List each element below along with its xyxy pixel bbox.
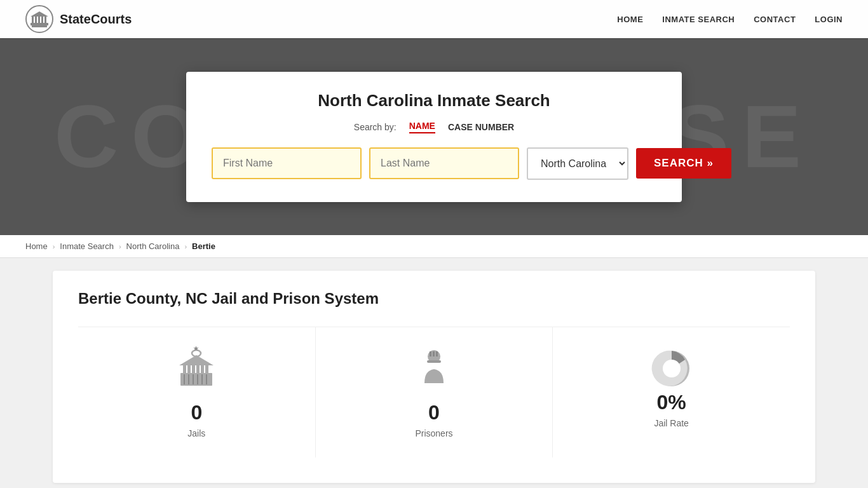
svg-rect-21 xyxy=(193,374,194,384)
breadcrumb-sep-3: › xyxy=(184,243,187,250)
search-inputs: North Carolina Alabama Alaska Arizona Ar… xyxy=(212,147,656,180)
stat-jails: 0 Jails xyxy=(78,327,316,458)
jail-rate-icon xyxy=(649,346,694,391)
search-by-label: Search by: xyxy=(354,122,397,132)
svg-rect-14 xyxy=(201,365,204,373)
stats-card: Bertie County, NC Jail and Prison System xyxy=(53,271,815,483)
svg-rect-19 xyxy=(184,374,185,384)
prisoners-value: 0 xyxy=(428,401,440,424)
svg-rect-5 xyxy=(41,17,43,23)
header: StateCourts HOME INMATE SEARCH CONTACT L… xyxy=(0,0,868,38)
breadcrumb-current: Bertie xyxy=(192,241,215,251)
jail-rate-value: 0% xyxy=(657,391,686,414)
first-name-input[interactable] xyxy=(212,147,362,179)
search-by-row: Search by: NAME CASE NUMBER xyxy=(212,121,656,133)
svg-rect-8 xyxy=(32,25,47,27)
nav-inmate-search[interactable]: INMATE SEARCH xyxy=(662,15,735,24)
prisoners-icon xyxy=(412,346,456,391)
svg-rect-29 xyxy=(436,351,438,356)
jails-label: Jails xyxy=(187,428,205,438)
svg-marker-7 xyxy=(31,11,48,17)
breadcrumb-sep-1: › xyxy=(53,243,55,250)
breadcrumb: Home › Inmate Search › North Carolina › … xyxy=(0,235,868,258)
stats-row: 0 Jails 0 Prisoners xyxy=(78,327,790,458)
hero-section: COURTHOUSE North Carolina Inmate Search … xyxy=(0,38,868,235)
prisoners-label: Prisoners xyxy=(415,428,452,438)
breadcrumb-sep-2: › xyxy=(119,243,121,250)
svg-rect-23 xyxy=(201,374,203,384)
stat-prisoners: 0 Prisoners xyxy=(316,327,553,458)
breadcrumb-home[interactable]: Home xyxy=(25,241,48,251)
main-content: Bertie County, NC Jail and Prison System xyxy=(27,258,841,488)
svg-rect-24 xyxy=(206,374,207,384)
nav-login[interactable]: LOGIN xyxy=(815,15,843,24)
svg-rect-3 xyxy=(35,17,37,23)
jail-rate-label: Jail Rate xyxy=(654,418,688,428)
jails-icon xyxy=(174,346,219,391)
logo-area[interactable]: StateCourts xyxy=(25,5,132,33)
stats-card-title: Bertie County, NC Jail and Prison System xyxy=(78,290,790,308)
svg-rect-2 xyxy=(32,17,34,23)
search-card-title: North Carolina Inmate Search xyxy=(212,91,656,111)
svg-rect-9 xyxy=(180,373,212,386)
svg-rect-12 xyxy=(192,365,195,373)
svg-point-31 xyxy=(663,360,681,377)
breadcrumb-state[interactable]: North Carolina xyxy=(126,241,180,251)
logo-icon xyxy=(25,5,53,33)
svg-rect-6 xyxy=(44,17,46,23)
svg-rect-13 xyxy=(196,365,200,373)
breadcrumb-inmate-search[interactable]: Inmate Search xyxy=(60,241,114,251)
last-name-input[interactable] xyxy=(369,147,519,179)
svg-rect-11 xyxy=(187,365,191,373)
site-name: StateCourts xyxy=(60,12,132,27)
nav-contact[interactable]: CONTACT xyxy=(754,15,796,24)
jails-value: 0 xyxy=(191,401,202,424)
nav-home[interactable]: HOME xyxy=(617,15,643,24)
svg-rect-28 xyxy=(433,351,435,356)
svg-rect-10 xyxy=(183,365,186,373)
svg-rect-26 xyxy=(427,360,441,363)
svg-rect-4 xyxy=(38,17,40,23)
svg-rect-20 xyxy=(188,374,189,384)
tab-name[interactable]: NAME xyxy=(409,121,435,133)
stat-jail-rate: 0% Jail Rate xyxy=(553,327,790,458)
svg-rect-15 xyxy=(205,365,208,373)
state-select[interactable]: North Carolina Alabama Alaska Arizona Ar… xyxy=(527,147,628,180)
svg-rect-1 xyxy=(31,23,48,25)
tab-case[interactable]: CASE NUMBER xyxy=(448,122,514,132)
search-button[interactable]: SEARCH » xyxy=(636,148,731,179)
search-card: North Carolina Inmate Search Search by: … xyxy=(186,72,682,202)
main-nav: HOME INMATE SEARCH CONTACT LOGIN xyxy=(617,15,843,24)
svg-rect-27 xyxy=(430,351,431,356)
svg-rect-22 xyxy=(197,374,198,384)
